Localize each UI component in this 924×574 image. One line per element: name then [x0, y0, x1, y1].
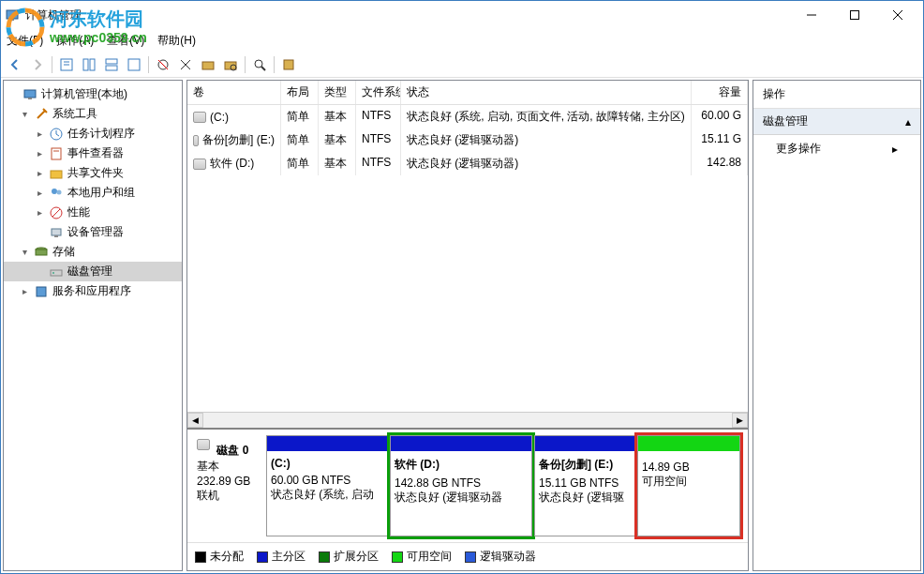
perf-icon — [49, 205, 64, 220]
svg-point-29 — [57, 189, 62, 194]
tree-system-tools[interactable]: ▾ 系统工具 — [4, 104, 182, 124]
scroll-right-button[interactable]: ▶ — [732, 413, 748, 428]
toolbar-btn-1[interactable] — [56, 54, 77, 75]
main-content: 计算机管理(本地) ▾ 系统工具 ▸ 任务计划程序 ▸ 事件查看器 ▸ 共享文件… — [1, 78, 923, 573]
tree-shared-folders[interactable]: ▸ 共享文件夹 — [4, 163, 182, 183]
share-icon — [49, 166, 64, 181]
toolbar-btn-10[interactable] — [278, 54, 299, 75]
toolbar-btn-4[interactable] — [124, 54, 144, 75]
svg-rect-10 — [90, 59, 95, 70]
disk-size: 232.89 GB — [197, 475, 250, 488]
header-volume[interactable]: 卷 — [187, 81, 281, 104]
svg-rect-11 — [106, 59, 117, 64]
volume-table: 卷 布局 类型 文件系统 状态 容量 (C:) 简单 基本 NTFS 状态良好 … — [187, 81, 748, 412]
disk-status: 联机 — [197, 489, 219, 502]
table-row[interactable]: (C:) 简单 基本 NTFS 状态良好 (系统, 启动, 页面文件, 活动, … — [187, 105, 748, 128]
svg-rect-0 — [7, 10, 18, 19]
svg-rect-32 — [52, 229, 61, 235]
partition-e[interactable]: 备份[勿删] (E:) 15.11 GB NTFS 状态良好 (逻辑驱 — [534, 435, 635, 536]
disk-type: 基本 — [197, 460, 219, 473]
users-icon — [49, 186, 64, 201]
task-icon — [49, 127, 64, 142]
tree-disk-management[interactable]: 磁盘管理 — [4, 262, 182, 281]
toolbar-btn-3[interactable] — [101, 54, 122, 75]
menu-action[interactable]: 操作(A) — [56, 33, 94, 49]
header-type[interactable]: 类型 — [319, 81, 356, 104]
svg-rect-22 — [24, 90, 36, 98]
tree-services-apps[interactable]: ▸ 服务和应用程序 — [4, 281, 182, 301]
tree-local-users[interactable]: ▸ 本地用户和组 — [4, 183, 182, 203]
svg-rect-9 — [83, 59, 88, 70]
tree-task-scheduler[interactable]: ▸ 任务计划程序 — [4, 124, 182, 144]
menu-help[interactable]: 帮助(H) — [157, 33, 196, 49]
header-status[interactable]: 状态 — [401, 81, 692, 104]
event-icon — [49, 146, 64, 161]
legend-logical: 逻辑驱动器 — [465, 549, 536, 565]
drive-icon — [193, 135, 199, 146]
tree-event-viewer[interactable]: ▸ 事件查看器 — [4, 144, 182, 163]
menu-bar: 文件(F) 操作(A) 查看(V) 帮助(H) — [1, 29, 923, 52]
scroll-left-button[interactable]: ◀ — [187, 413, 203, 428]
svg-rect-25 — [52, 148, 61, 159]
header-capacity[interactable]: 容量 — [692, 81, 748, 104]
tree-computer-management[interactable]: 计算机管理(本地) — [4, 84, 182, 104]
table-row[interactable]: 备份[勿删] (E:) 简单 基本 NTFS 状态良好 (逻辑驱动器) 15.1… — [187, 128, 748, 152]
legend-unallocated: 未分配 — [195, 549, 244, 565]
tree-device-manager[interactable]: 设备管理器 — [4, 222, 182, 242]
tree-performance[interactable]: ▸ 性能 — [4, 203, 182, 222]
toolbar-btn-5[interactable] — [153, 54, 173, 75]
device-icon — [49, 225, 64, 240]
toolbar-btn-9[interactable] — [249, 54, 270, 75]
svg-rect-13 — [128, 59, 140, 70]
header-filesystem[interactable]: 文件系统 — [356, 81, 401, 104]
header-layout[interactable]: 布局 — [281, 81, 319, 104]
partitions-container: (C:) 60.00 GB NTFS 状态良好 (系统, 启动 软件 (D:) … — [266, 435, 742, 536]
disk-icon — [49, 264, 64, 279]
toolbar-btn-2[interactable] — [79, 54, 99, 75]
svg-line-20 — [261, 67, 265, 70]
app-icon — [5, 8, 20, 23]
svg-rect-12 — [106, 66, 117, 70]
computer-icon — [22, 87, 37, 102]
svg-rect-21 — [284, 60, 293, 69]
partition-d[interactable]: 软件 (D:) 142.88 GB NTFS 状态良好 (逻辑驱动器 — [390, 435, 532, 536]
partition-free[interactable]: 14.89 GB 可用空间 — [637, 435, 740, 536]
actions-more[interactable]: 更多操作 ▸ — [753, 135, 920, 162]
svg-rect-35 — [36, 249, 47, 255]
disk-name: 磁盘 0 — [216, 444, 248, 457]
legend-extended: 扩展分区 — [319, 549, 379, 565]
horizontal-scrollbar[interactable]: ◀ ▶ — [187, 412, 748, 428]
svg-rect-27 — [51, 171, 62, 178]
table-row[interactable]: 软件 (D:) 简单 基本 NTFS 状态良好 (逻辑驱动器) 142.88 — [187, 152, 748, 175]
svg-point-37 — [52, 272, 54, 274]
collapse-icon: ▴ — [905, 115, 911, 128]
actions-section[interactable]: 磁盘管理 ▴ — [753, 109, 920, 135]
svg-rect-3 — [851, 11, 859, 20]
forward-button[interactable] — [27, 54, 48, 75]
minimize-button[interactable] — [790, 1, 833, 29]
drive-icon — [193, 159, 206, 170]
menu-file[interactable]: 文件(F) — [7, 33, 43, 49]
menu-view[interactable]: 查看(V) — [107, 33, 144, 49]
table-header: 卷 布局 类型 文件系统 状态 容量 — [187, 81, 748, 105]
back-button[interactable] — [5, 54, 25, 75]
partition-c[interactable]: (C:) 60.00 GB NTFS 状态良好 (系统, 启动 — [266, 435, 388, 536]
svg-rect-1 — [10, 19, 14, 21]
actions-header: 操作 — [753, 81, 920, 109]
actions-panel: 操作 磁盘管理 ▴ 更多操作 ▸ — [753, 80, 921, 571]
storage-icon — [34, 245, 49, 260]
svg-point-28 — [52, 189, 57, 194]
disk-panel: 磁盘 0 基本 232.89 GB 联机 (C:) 60.00 GB NTFS … — [187, 428, 748, 570]
maximize-button[interactable] — [833, 1, 876, 29]
close-button[interactable] — [876, 1, 919, 29]
toolbar-btn-6[interactable] — [175, 54, 196, 75]
toolbar-btn-7[interactable] — [198, 54, 218, 75]
svg-point-19 — [255, 60, 262, 68]
disk-info[interactable]: 磁盘 0 基本 232.89 GB 联机 — [193, 435, 262, 536]
toolbar — [1, 52, 923, 78]
svg-rect-33 — [54, 235, 58, 237]
svg-rect-38 — [37, 287, 46, 296]
tree-storage[interactable]: ▾ 存储 — [4, 242, 182, 262]
toolbar-btn-8[interactable] — [220, 54, 241, 75]
disk-row: 磁盘 0 基本 232.89 GB 联机 (C:) 60.00 GB NTFS … — [187, 430, 748, 542]
